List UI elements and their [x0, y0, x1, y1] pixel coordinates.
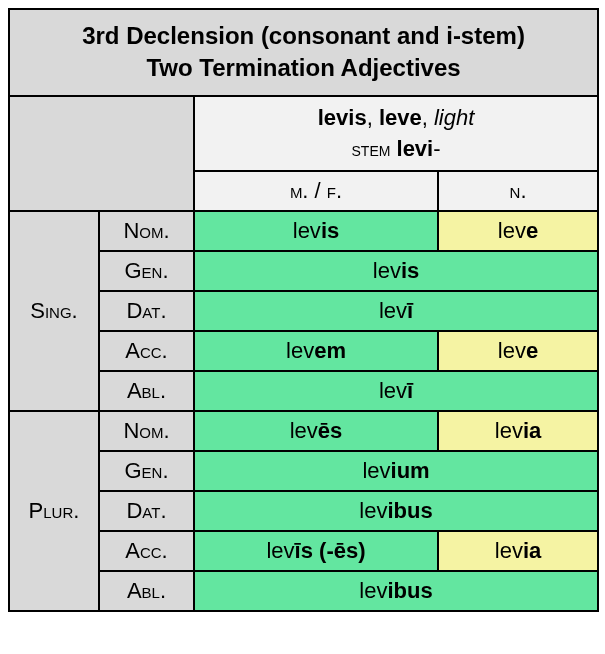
form-pl-acc-mf: levīs (-ēs)	[194, 531, 438, 571]
form-pl-acc-n: levia	[438, 531, 598, 571]
form-pl-gen: levium	[194, 451, 598, 491]
form-sg-abl: levī	[194, 371, 598, 411]
case-dat-sg: Dat.	[99, 291, 194, 331]
case-abl-sg: Abl.	[99, 371, 194, 411]
form-pl-dat: levibus	[194, 491, 598, 531]
declension-table: 3rd Declension (consonant and i-stem) Tw…	[8, 8, 599, 612]
table-title: 3rd Declension (consonant and i-stem) Tw…	[9, 9, 598, 96]
headword-n: leve	[379, 105, 422, 130]
case-dat-pl: Dat.	[99, 491, 194, 531]
gender-header-mf: m. / f.	[194, 171, 438, 211]
form-pl-nom-n: levia	[438, 411, 598, 451]
case-acc-pl: Acc.	[99, 531, 194, 571]
headword-meaning: light	[434, 105, 474, 130]
case-abl-pl: Abl.	[99, 571, 194, 611]
gender-header-n: n.	[438, 171, 598, 211]
header-blank	[9, 96, 194, 212]
form-sg-nom-mf: levis	[194, 211, 438, 251]
stem-value: levi	[397, 136, 434, 161]
stem-suffix: -	[433, 136, 440, 161]
number-plural: Plur.	[9, 411, 99, 611]
headword-cell: levis, leve, light stem levi-	[194, 96, 598, 172]
form-pl-abl: levibus	[194, 571, 598, 611]
stem-label: stem	[352, 138, 391, 160]
case-gen-sg: Gen.	[99, 251, 194, 291]
form-sg-dat: levī	[194, 291, 598, 331]
number-singular: Sing.	[9, 211, 99, 411]
headword-mf: levis	[318, 105, 367, 130]
form-sg-nom-n: leve	[438, 211, 598, 251]
form-pl-nom-mf: levēs	[194, 411, 438, 451]
case-acc-sg: Acc.	[99, 331, 194, 371]
title-line-1: 3rd Declension (consonant and i-stem)	[82, 22, 525, 49]
form-sg-acc-mf: levem	[194, 331, 438, 371]
case-nom-sg: Nom.	[99, 211, 194, 251]
case-nom-pl: Nom.	[99, 411, 194, 451]
form-sg-acc-n: leve	[438, 331, 598, 371]
title-line-2: Two Termination Adjectives	[146, 54, 460, 81]
case-gen-pl: Gen.	[99, 451, 194, 491]
form-sg-gen: levis	[194, 251, 598, 291]
